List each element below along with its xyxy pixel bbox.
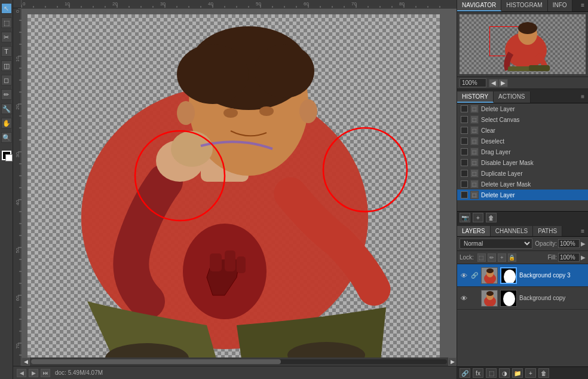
- canvas-area[interactable]: ◀ ▶: [22, 8, 457, 366]
- layer-item-1[interactable]: 👁: [457, 287, 588, 310]
- tool-lasso[interactable]: ⬚: [1, 17, 12, 28]
- tool-hand[interactable]: ✋: [1, 118, 12, 129]
- history-item-7[interactable]: ⬚ Delete Layer Mask: [457, 179, 588, 189]
- history-item-2[interactable]: ⬚ Clear: [457, 125, 588, 136]
- fill-arrow[interactable]: ▶: [581, 254, 586, 261]
- layer-thumb-svg-1: [482, 291, 498, 307]
- history-checkbox-4[interactable]: [461, 148, 468, 155]
- background-color[interactable]: [5, 154, 13, 161]
- layer-item-0[interactable]: 👁 🔗: [457, 264, 588, 287]
- lock-all-btn[interactable]: 🔒: [508, 253, 516, 262]
- blend-row: Normal Dissolve Multiply Screen Overlay …: [457, 237, 588, 251]
- opacity-label: Opacity:: [535, 240, 557, 247]
- tool-eraser[interactable]: ◻: [1, 75, 12, 85]
- layer-new-btn[interactable]: +: [525, 368, 536, 378]
- tab-navigator[interactable]: NAVIGATOR: [457, 0, 501, 11]
- history-item-3[interactable]: ⬚ Deselect: [457, 136, 588, 146]
- history-list: ⬚ Delete Layer ⬚ Select Canvas ⬚ Clear ⬚…: [457, 103, 588, 211]
- tool-move[interactable]: ↖: [1, 3, 12, 14]
- lock-position-btn[interactable]: +: [498, 253, 506, 262]
- tab-histogram[interactable]: HISTOGRAM: [501, 0, 547, 11]
- fill-row: Fill: ▶: [547, 253, 586, 262]
- svg-point-99: [171, 131, 213, 167]
- scroll-thumb[interactable]: [31, 359, 281, 364]
- layer-fx-btn[interactable]: fx: [473, 368, 483, 378]
- history-checkbox-2[interactable]: [461, 127, 468, 134]
- history-item-1[interactable]: ⬚ Select Canvas: [457, 114, 588, 125]
- nav-controls: ◀ ▶ ⏭: [17, 369, 50, 377]
- history-item-5[interactable]: ⬚ Disable Layer Mask: [457, 157, 588, 168]
- history-item-8[interactable]: ⬚ Delete Layer: [457, 189, 588, 200]
- layer-mask-thumb-0: [500, 267, 517, 284]
- history-label-8: Delete Layer: [481, 192, 515, 198]
- history-checkbox-1[interactable]: [461, 116, 468, 123]
- history-item-0[interactable]: ⬚ Delete Layer: [457, 103, 588, 114]
- canvas-with-ruler: 0 10 20 30 40 50 60 70: [13, 8, 457, 366]
- tab-actions[interactable]: ACTIONS: [494, 91, 530, 103]
- layer-link-btn[interactable]: 🔗: [460, 368, 470, 378]
- tab-layers[interactable]: LAYERS: [457, 226, 491, 236]
- scroll-track[interactable]: [31, 359, 447, 364]
- tab-info[interactable]: INFO: [548, 0, 572, 11]
- opacity-arrow[interactable]: ▶: [581, 240, 586, 247]
- history-new-state-btn[interactable]: +: [473, 213, 483, 222]
- history-checkbox-5[interactable]: [461, 159, 468, 166]
- zoom-next-btn[interactable]: ▶: [498, 79, 508, 87]
- tab-channels[interactable]: CHANNELS: [491, 226, 533, 236]
- history-checkbox-6[interactable]: [461, 170, 468, 177]
- fill-label: Fill:: [547, 254, 557, 261]
- layer-folder-btn[interactable]: 📁: [512, 368, 523, 378]
- history-new-snapshot-btn[interactable]: 📷: [460, 213, 470, 222]
- navigator-options-btn[interactable]: ≡: [577, 0, 588, 11]
- scroll-right-btn[interactable]: ▶: [448, 357, 457, 366]
- layer-link-0[interactable]: 🔗: [470, 271, 479, 280]
- tool-type[interactable]: T: [1, 46, 12, 57]
- bottom-bar: ◀ ▶ ⏭ doc: 5.49M/4.07M: [13, 366, 457, 379]
- lock-transparent-btn[interactable]: ⬚: [477, 253, 486, 262]
- zoom-prev-btn[interactable]: ◀: [489, 79, 498, 87]
- tool-zoom[interactable]: 🔍: [1, 132, 12, 143]
- zoom-input[interactable]: [460, 78, 486, 87]
- history-checkbox-7[interactable]: [461, 181, 468, 188]
- nav-play-btn[interactable]: ▶: [29, 369, 38, 377]
- lock-label: Lock:: [460, 254, 474, 261]
- tool-stamp[interactable]: 🔧: [1, 103, 12, 114]
- history-label-0: Delete Layer: [481, 106, 515, 112]
- history-checkbox-8[interactable]: [461, 191, 468, 198]
- tab-history[interactable]: HISTORY: [457, 91, 494, 103]
- navigator-tabs: NAVIGATOR HISTOGRAM INFO ≡: [457, 0, 588, 12]
- history-delete-btn[interactable]: 🗑: [486, 213, 497, 222]
- svg-text:30: 30: [160, 1, 166, 7]
- layers-options-btn[interactable]: ≡: [577, 226, 588, 236]
- scroll-left-btn[interactable]: ◀: [22, 357, 30, 366]
- history-label-4: Drag Layer: [481, 149, 510, 155]
- tool-crop[interactable]: ✂: [1, 32, 12, 42]
- layer-adjust-btn[interactable]: ◑: [499, 368, 510, 378]
- tab-paths[interactable]: PATHS: [533, 226, 562, 236]
- layer-thumb-1: [481, 290, 498, 307]
- history-checkbox-0[interactable]: [461, 105, 468, 112]
- foreground-color[interactable]: [2, 151, 11, 160]
- fill-input[interactable]: [558, 253, 580, 262]
- tool-brush[interactable]: ✏: [1, 89, 12, 100]
- history-checkbox-3[interactable]: [461, 137, 468, 145]
- svg-text:60: 60: [304, 1, 309, 7]
- nav-back-btn[interactable]: ◀: [17, 369, 26, 377]
- ruler-top-svg: 0 10 20 30 40 50 60 70 80: [22, 0, 457, 8]
- history-item-6[interactable]: ⬚ Duplicate Layer: [457, 168, 588, 179]
- tool-gradient[interactable]: ◫: [1, 60, 12, 71]
- svg-text:20: 20: [112, 1, 118, 7]
- history-item-4[interactable]: ⬚ Drag Layer: [457, 146, 588, 157]
- lock-image-btn[interactable]: ✏: [488, 253, 496, 262]
- layer-mask-btn[interactable]: ⬚: [486, 368, 497, 378]
- blend-mode-select[interactable]: Normal Dissolve Multiply Screen Overlay: [460, 239, 532, 249]
- layer-eye-0[interactable]: 👁: [460, 271, 468, 280]
- horizontal-scrollbar[interactable]: ◀ ▶: [22, 357, 457, 366]
- app-container: ↖ ⬚ ✂ T ◫ ◻ ✏ 🔧 ✋ 🔍 0 10: [0, 0, 588, 379]
- svg-point-110: [518, 22, 537, 34]
- layer-eye-1[interactable]: 👁: [460, 294, 468, 302]
- layer-delete-btn[interactable]: 🗑: [538, 368, 549, 378]
- nav-forward-btn[interactable]: ⏭: [41, 369, 50, 377]
- opacity-input[interactable]: [558, 239, 580, 248]
- history-options-btn[interactable]: ≡: [577, 91, 588, 103]
